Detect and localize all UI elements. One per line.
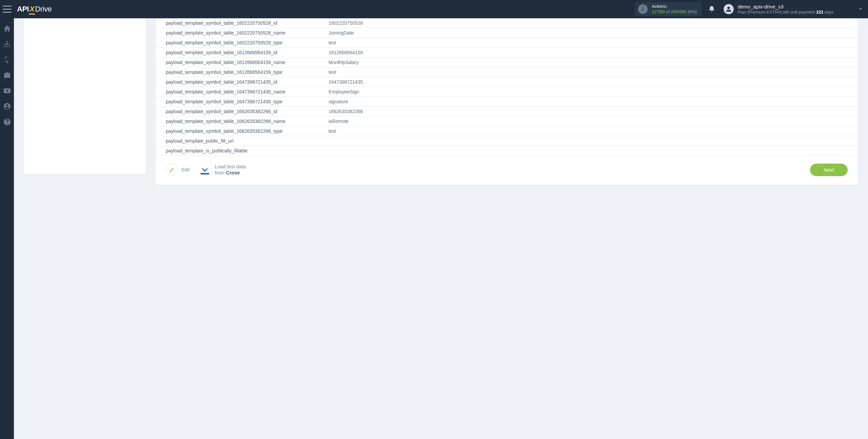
logo[interactable]: API X Drive [17, 5, 52, 14]
row-value: text [325, 67, 858, 77]
logo-api: API [17, 5, 29, 14]
row-value: 1602220750528 [325, 18, 858, 28]
row-key: payload_template_is_publically_fillable [156, 146, 325, 156]
row-value: MonthlySalary [325, 58, 858, 67]
table-row: payload_template_symbol_table_1647398721… [156, 97, 858, 107]
actions-counter[interactable]: i Actions: 12'550 of 200'000 (6%) [635, 2, 702, 17]
sidebar-video-icon[interactable] [3, 87, 11, 95]
page: payload_template_symbol_table_1602220750… [14, 18, 868, 439]
row-key: payload_template_symbol_table_1647398721… [156, 77, 325, 87]
table-row: payload_template_symbol_table_1662635382… [156, 117, 858, 126]
sidebar-home-icon[interactable] [3, 24, 11, 33]
table-row: payload_template_symbol_table_1662635382… [156, 126, 858, 136]
sidebar-help-icon[interactable] [3, 118, 11, 126]
payload-table: payload_template_symbol_table_1602220750… [156, 18, 858, 156]
row-value [325, 136, 858, 146]
right-panel: payload_template_symbol_table_1602220750… [156, 18, 858, 185]
load-test-data-button[interactable]: Load test data from Crove [198, 163, 246, 176]
row-value: JoiningDate [325, 28, 858, 38]
sidebar [0, 18, 14, 439]
next-button[interactable]: Next [810, 164, 848, 176]
row-key: payload_template_symbol_table_1662635382… [156, 107, 325, 117]
actions-pct: (6%) [688, 9, 697, 14]
panel-footer: Edit Load test data from Crove Next [156, 156, 858, 176]
row-value: signature [325, 97, 858, 107]
row-value: 1662635382266 [325, 107, 858, 117]
topbar: API X Drive i Actions: 12'550 of 200'000… [0, 0, 868, 18]
avatar-icon [724, 4, 734, 14]
left-panel [24, 18, 146, 174]
row-key: payload_template_symbol_table_1612668564… [156, 48, 325, 58]
table-row: payload_template_symbol_table_1602220750… [156, 28, 858, 38]
table-row: payload_template_public_fill_url [156, 136, 858, 146]
row-key: payload_template_symbol_table_1662635382… [156, 126, 325, 136]
table-row: payload_template_symbol_table_1612668564… [156, 67, 858, 77]
edit-label: Edit [181, 167, 190, 172]
pencil-icon [166, 164, 178, 176]
table-row: payload_template_symbol_table_1602220750… [156, 18, 858, 28]
user-text: demo_apix-drive_s3 Plan |Premium EXTRA| … [738, 4, 833, 15]
row-key: payload_template_public_fill_url [156, 136, 325, 146]
row-key: payload_template_symbol_table_1612668564… [156, 58, 325, 67]
actions-of: of [666, 9, 670, 14]
user-name: demo_apix-drive_s3 [738, 4, 833, 10]
logo-x: X [29, 5, 34, 14]
table-row: payload_template_symbol_table_1602220750… [156, 38, 858, 48]
row-value: 1647398721435 [325, 77, 858, 87]
row-key: payload_template_symbol_table_1602220750… [156, 18, 325, 28]
row-value: isRemote [325, 117, 858, 126]
row-key: payload_template_symbol_table_1602220750… [156, 38, 325, 48]
row-value: EmployeeSign [325, 87, 858, 97]
row-key: payload_template_symbol_table_1647398721… [156, 87, 325, 97]
actions-label: Actions: [652, 4, 697, 9]
row-key: payload_template_symbol_table_1602220750… [156, 28, 325, 38]
row-value [325, 146, 858, 156]
row-value: text [325, 38, 858, 48]
user-menu[interactable]: demo_apix-drive_s3 Plan |Premium EXTRA| … [724, 4, 863, 15]
actions-text: Actions: 12'550 of 200'000 (6%) [652, 4, 697, 15]
actions-total: 200'000 [671, 9, 687, 14]
hamburger-menu-icon[interactable] [3, 6, 12, 13]
sidebar-briefcase-icon[interactable] [3, 71, 11, 79]
load-label: Load test data from Crove [215, 164, 246, 176]
user-plan: Plan |Premium EXTRA| left until payment … [738, 10, 833, 15]
table-row: payload_template_is_publically_fillable [156, 146, 858, 156]
table-row: payload_template_symbol_table_1612668564… [156, 58, 858, 67]
row-key: payload_template_symbol_table_1662635382… [156, 117, 325, 126]
sidebar-billing-icon[interactable] [3, 56, 11, 64]
edit-button[interactable]: Edit [166, 164, 190, 176]
logo-drive: Drive [35, 5, 52, 14]
chevron-down-icon [858, 6, 863, 13]
row-key: payload_template_symbol_table_1612668564… [156, 67, 325, 77]
row-value: 1612668564159 [325, 48, 858, 58]
row-key: payload_template_symbol_table_1647398721… [156, 97, 325, 107]
row-value: text [325, 126, 858, 136]
table-row: payload_template_symbol_table_1647398721… [156, 77, 858, 87]
info-icon: i [638, 4, 648, 14]
bell-icon[interactable] [708, 5, 715, 13]
table-row: payload_template_symbol_table_1647398721… [156, 87, 858, 97]
table-row: payload_template_symbol_table_1662635382… [156, 107, 858, 117]
sidebar-connections-icon[interactable] [3, 40, 11, 48]
sidebar-account-icon[interactable] [3, 102, 11, 110]
download-icon [198, 163, 211, 176]
actions-used: 12'550 [652, 9, 665, 14]
table-row: payload_template_symbol_table_1612668564… [156, 48, 858, 58]
